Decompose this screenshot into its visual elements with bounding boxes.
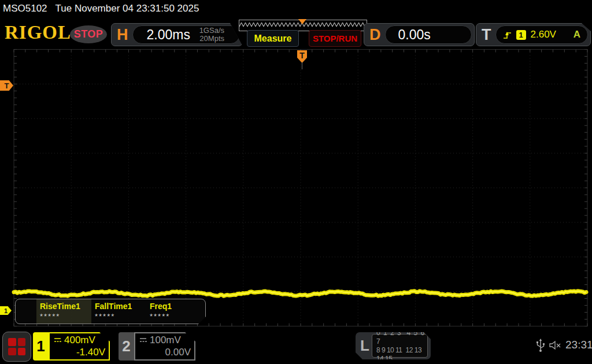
delay-panel[interactable]: D 0.00s — [364, 23, 475, 46]
trigger-panel[interactable]: T 1 2.60V A — [476, 23, 591, 46]
run-state-indicator: STOP — [70, 25, 107, 43]
logic-analyzer-button[interactable]: L 0 1 2 34 5 6 7 8 9 10 1112 13 14 15 — [356, 332, 431, 359]
logic-label: L — [356, 337, 372, 355]
delay-value: 0.00s — [398, 27, 472, 43]
sample-rate: 1GSa/s — [199, 27, 224, 35]
trigger-label: T — [476, 26, 495, 44]
memory-trigger-position-icon — [298, 19, 306, 24]
trigger-pill[interactable]: 1 2.60V A — [495, 25, 589, 44]
trigger-mode: A — [574, 29, 580, 40]
trigger-position-line — [302, 62, 302, 69]
dc-coupling-icon — [139, 337, 147, 344]
model-name: MSO5102 — [3, 3, 47, 14]
timebase-pill[interactable]: 2.00ms 1GSa/s 20Mpts — [132, 25, 240, 44]
measurement-label: FallTime1 — [95, 302, 146, 311]
clock-text: 23:31 — [565, 339, 592, 351]
channel1-button[interactable]: 1 400mV -1.40V — [33, 332, 110, 361]
horizontal-panel[interactable]: H 2.00ms 1GSa/s 20Mpts — [111, 23, 243, 46]
channel2-scale: 100mV — [150, 335, 181, 346]
stop-run-button[interactable]: STOP/RUN — [309, 30, 361, 47]
measurement-freq[interactable]: Freq1 ***** — [146, 299, 201, 324]
channel1-scale: 400mV — [64, 335, 95, 346]
channel2-number: 2 — [119, 332, 134, 361]
measurement-risetime[interactable]: RiseTime1 ***** — [36, 299, 91, 324]
measurement-falltime[interactable]: FallTime1 ***** — [91, 299, 146, 324]
waveform-display-area[interactable] — [0, 49, 592, 326]
status-bar: MSO5102 Tue November 04 23:31:50 2025 — [0, 0, 592, 17]
trigger-source-badge: 1 — [516, 30, 526, 40]
menu-button[interactable] — [2, 332, 31, 362]
measurement-value: ***** — [40, 312, 91, 321]
logic-row1-group1: 0 1 2 3 — [376, 329, 402, 337]
logic-row1-group2: 4 5 6 7 — [376, 329, 425, 346]
dc-coupling-icon — [53, 337, 62, 344]
rising-edge-icon — [503, 31, 512, 39]
measurement-value: ***** — [150, 312, 201, 321]
channel1-offset: -1.40V — [53, 347, 105, 358]
channel2-offset: 0.00V — [139, 347, 191, 358]
measurement-label: Freq1 — [150, 302, 201, 311]
measure-button[interactable]: Measure — [247, 30, 299, 47]
usb-icon — [536, 339, 545, 352]
measurement-label: RiseTime1 — [40, 302, 91, 311]
datetime-text: Tue November 04 23:31:50 2025 — [56, 3, 199, 14]
acquisition-info: 1GSa/s 20Mpts — [199, 27, 224, 43]
rigol-logo: RIGOL — [5, 22, 71, 43]
delay-pill[interactable]: 0.00s — [385, 25, 472, 44]
channel1-settings: 400mV -1.40V — [49, 332, 110, 361]
channel2-button[interactable]: 2 100mV 0.00V — [119, 332, 195, 361]
logic-channels: 0 1 2 34 5 6 7 8 9 10 1112 13 14 15 — [372, 334, 428, 358]
speaker-muted-icon[interactable] — [549, 340, 562, 350]
timebase-value: 2.00ms — [147, 27, 199, 43]
horizontal-label: H — [112, 26, 132, 44]
logic-row2-group1: 8 9 10 11 — [376, 346, 402, 354]
menu-grid-icon — [8, 338, 25, 355]
delay-label: D — [364, 26, 385, 44]
channel1-number: 1 — [33, 332, 49, 361]
trigger-level-value: 2.60V — [531, 29, 556, 40]
memory-depth: 20Mpts — [199, 35, 224, 43]
channel2-settings: 100mV 0.00V — [134, 332, 195, 361]
measurements-panel[interactable]: RiseTime1 ***** FallTime1 ***** Freq1 **… — [15, 299, 206, 324]
measurement-value: ***** — [95, 312, 146, 321]
